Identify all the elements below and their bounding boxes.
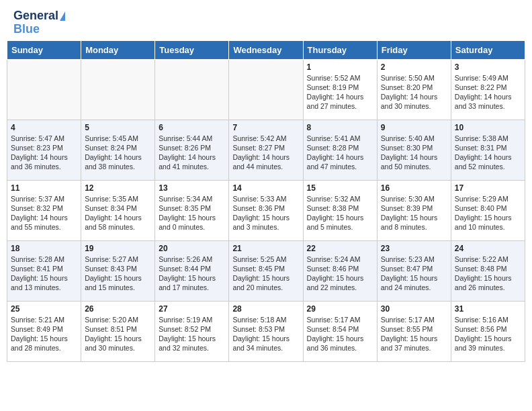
day-info: Sunrise: 5:41 AM Sunset: 8:28 PM Dayligh…: [307, 134, 373, 172]
day-info: Sunrise: 5:25 AM Sunset: 8:45 PM Dayligh…: [232, 255, 299, 293]
day-number: 22: [307, 244, 373, 253]
day-info: Sunrise: 5:35 AM Sunset: 8:34 PM Dayligh…: [85, 194, 151, 232]
day-number: 14: [232, 183, 299, 193]
calendar-cell: 23Sunrise: 5:23 AM Sunset: 8:47 PM Dayli…: [377, 240, 451, 301]
page-header: General Blue: [0, 0, 532, 40]
day-info: Sunrise: 5:34 AM Sunset: 8:35 PM Dayligh…: [159, 194, 225, 232]
calendar-cell: 8Sunrise: 5:41 AM Sunset: 8:28 PM Daylig…: [303, 120, 377, 180]
day-number: 3: [455, 62, 521, 72]
day-info: Sunrise: 5:42 AM Sunset: 8:27 PM Dayligh…: [232, 134, 299, 172]
day-info: Sunrise: 5:37 AM Sunset: 8:32 PM Dayligh…: [11, 194, 77, 232]
weekday-tuesday: Tuesday: [155, 40, 229, 59]
day-info: Sunrise: 5:29 AM Sunset: 8:40 PM Dayligh…: [455, 194, 521, 232]
day-number: 16: [381, 183, 447, 193]
calendar-cell: [229, 59, 303, 120]
calendar-cell: 17Sunrise: 5:29 AM Sunset: 8:40 PM Dayli…: [451, 180, 525, 240]
calendar-cell: 29Sunrise: 5:17 AM Sunset: 8:54 PM Dayli…: [303, 301, 377, 361]
day-number: 21: [232, 244, 299, 253]
logo: General Blue: [13, 9, 65, 36]
day-info: Sunrise: 5:17 AM Sunset: 8:55 PM Dayligh…: [381, 315, 447, 353]
weekday-header-row: SundayMondayTuesdayWednesdayThursdayFrid…: [7, 40, 525, 59]
day-info: Sunrise: 5:49 AM Sunset: 8:22 PM Dayligh…: [455, 73, 521, 111]
day-info: Sunrise: 5:47 AM Sunset: 8:23 PM Dayligh…: [11, 134, 77, 172]
calendar-cell: [7, 59, 81, 120]
calendar-cell: 3Sunrise: 5:49 AM Sunset: 8:22 PM Daylig…: [451, 59, 525, 120]
day-info: Sunrise: 5:17 AM Sunset: 8:54 PM Dayligh…: [307, 315, 373, 353]
day-info: Sunrise: 5:44 AM Sunset: 8:26 PM Dayligh…: [159, 134, 225, 172]
day-number: 27: [159, 304, 225, 314]
day-info: Sunrise: 5:24 AM Sunset: 8:46 PM Dayligh…: [307, 255, 373, 293]
day-info: Sunrise: 5:27 AM Sunset: 8:43 PM Dayligh…: [85, 255, 151, 293]
day-number: 6: [159, 123, 225, 132]
day-info: Sunrise: 5:26 AM Sunset: 8:44 PM Dayligh…: [159, 255, 225, 293]
day-info: Sunrise: 5:40 AM Sunset: 8:30 PM Dayligh…: [381, 134, 447, 172]
day-info: Sunrise: 5:32 AM Sunset: 8:38 PM Dayligh…: [307, 194, 373, 232]
day-number: 24: [455, 244, 521, 253]
day-number: 7: [232, 123, 299, 132]
day-number: 20: [159, 244, 225, 253]
calendar-week-row: 18Sunrise: 5:28 AM Sunset: 8:41 PM Dayli…: [7, 240, 525, 301]
calendar-week-row: 4Sunrise: 5:47 AM Sunset: 8:23 PM Daylig…: [7, 120, 525, 180]
calendar-cell: 18Sunrise: 5:28 AM Sunset: 8:41 PM Dayli…: [7, 240, 81, 301]
day-info: Sunrise: 5:20 AM Sunset: 8:51 PM Dayligh…: [85, 315, 151, 353]
calendar-cell: 28Sunrise: 5:18 AM Sunset: 8:53 PM Dayli…: [229, 301, 303, 361]
day-number: 10: [455, 123, 521, 132]
day-info: Sunrise: 5:16 AM Sunset: 8:56 PM Dayligh…: [455, 315, 521, 353]
day-info: Sunrise: 5:52 AM Sunset: 8:19 PM Dayligh…: [307, 73, 373, 111]
day-number: 9: [381, 123, 447, 132]
logo-text-blue: Blue: [13, 23, 40, 36]
day-number: 8: [307, 123, 373, 132]
day-number: 25: [11, 304, 77, 314]
day-number: 12: [85, 183, 151, 193]
day-number: 19: [85, 244, 151, 253]
calendar-cell: 26Sunrise: 5:20 AM Sunset: 8:51 PM Dayli…: [81, 301, 155, 361]
calendar-cell: [81, 59, 155, 120]
day-number: 17: [455, 183, 521, 193]
day-number: 26: [85, 304, 151, 314]
calendar-cell: 31Sunrise: 5:16 AM Sunset: 8:56 PM Dayli…: [451, 301, 525, 361]
calendar-cell: 30Sunrise: 5:17 AM Sunset: 8:55 PM Dayli…: [377, 301, 451, 361]
day-info: Sunrise: 5:38 AM Sunset: 8:31 PM Dayligh…: [455, 134, 521, 172]
calendar-cell: 22Sunrise: 5:24 AM Sunset: 8:46 PM Dayli…: [303, 240, 377, 301]
calendar-cell: 25Sunrise: 5:21 AM Sunset: 8:49 PM Dayli…: [7, 301, 81, 361]
day-number: 5: [85, 123, 151, 132]
day-number: 30: [381, 304, 447, 314]
logo-text-general: General: [13, 9, 58, 23]
day-number: 18: [11, 244, 77, 253]
calendar-cell: 2Sunrise: 5:50 AM Sunset: 8:20 PM Daylig…: [377, 59, 451, 120]
calendar-cell: 14Sunrise: 5:33 AM Sunset: 8:36 PM Dayli…: [229, 180, 303, 240]
calendar-cell: 11Sunrise: 5:37 AM Sunset: 8:32 PM Dayli…: [7, 180, 81, 240]
day-number: 2: [381, 62, 447, 72]
day-number: 13: [159, 183, 225, 193]
day-number: 28: [232, 304, 299, 314]
calendar-cell: 6Sunrise: 5:44 AM Sunset: 8:26 PM Daylig…: [155, 120, 229, 180]
calendar-cell: 4Sunrise: 5:47 AM Sunset: 8:23 PM Daylig…: [7, 120, 81, 180]
weekday-thursday: Thursday: [303, 40, 377, 59]
calendar-cell: 20Sunrise: 5:26 AM Sunset: 8:44 PM Dayli…: [155, 240, 229, 301]
day-info: Sunrise: 5:18 AM Sunset: 8:53 PM Dayligh…: [232, 315, 299, 353]
calendar-week-row: 25Sunrise: 5:21 AM Sunset: 8:49 PM Dayli…: [7, 301, 525, 361]
day-number: 29: [307, 304, 373, 314]
day-info: Sunrise: 5:28 AM Sunset: 8:41 PM Dayligh…: [11, 255, 77, 293]
logo-triangle-icon: [60, 11, 65, 21]
calendar-cell: 12Sunrise: 5:35 AM Sunset: 8:34 PM Dayli…: [81, 180, 155, 240]
day-info: Sunrise: 5:50 AM Sunset: 8:20 PM Dayligh…: [381, 73, 447, 111]
calendar-cell: 1Sunrise: 5:52 AM Sunset: 8:19 PM Daylig…: [303, 59, 377, 120]
day-info: Sunrise: 5:21 AM Sunset: 8:49 PM Dayligh…: [11, 315, 77, 353]
weekday-wednesday: Wednesday: [229, 40, 303, 59]
calendar-cell: 24Sunrise: 5:22 AM Sunset: 8:48 PM Dayli…: [451, 240, 525, 301]
calendar-week-row: 1Sunrise: 5:52 AM Sunset: 8:19 PM Daylig…: [7, 59, 525, 120]
day-info: Sunrise: 5:22 AM Sunset: 8:48 PM Dayligh…: [455, 255, 521, 293]
weekday-monday: Monday: [81, 40, 155, 59]
calendar-wrapper: SundayMondayTuesdayWednesdayThursdayFrid…: [0, 40, 532, 369]
calendar-week-row: 11Sunrise: 5:37 AM Sunset: 8:32 PM Dayli…: [7, 180, 525, 240]
calendar-cell: 5Sunrise: 5:45 AM Sunset: 8:24 PM Daylig…: [81, 120, 155, 180]
calendar-cell: 16Sunrise: 5:30 AM Sunset: 8:39 PM Dayli…: [377, 180, 451, 240]
calendar-cell: 10Sunrise: 5:38 AM Sunset: 8:31 PM Dayli…: [451, 120, 525, 180]
day-info: Sunrise: 5:33 AM Sunset: 8:36 PM Dayligh…: [232, 194, 299, 232]
calendar-cell: 15Sunrise: 5:32 AM Sunset: 8:38 PM Dayli…: [303, 180, 377, 240]
day-number: 15: [307, 183, 373, 193]
calendar-cell: 19Sunrise: 5:27 AM Sunset: 8:43 PM Dayli…: [81, 240, 155, 301]
day-info: Sunrise: 5:23 AM Sunset: 8:47 PM Dayligh…: [381, 255, 447, 293]
calendar-cell: 21Sunrise: 5:25 AM Sunset: 8:45 PM Dayli…: [229, 240, 303, 301]
